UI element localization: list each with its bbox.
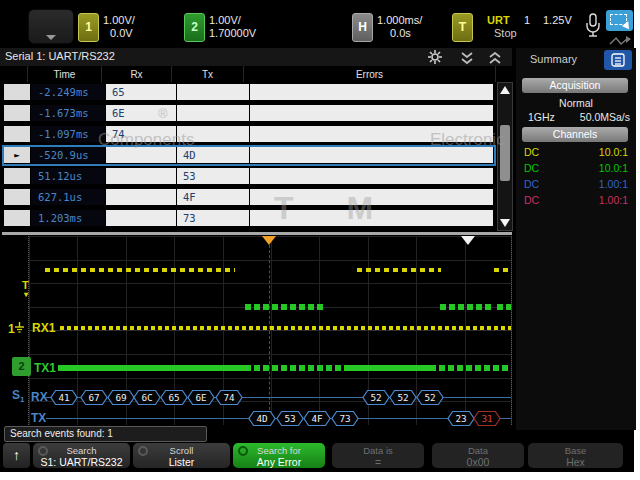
softkey-label-top: Base [528, 445, 623, 456]
channel-probe-ratio: 1.00:1 [599, 194, 628, 206]
zone-trigger-button[interactable] [606, 10, 633, 31]
softkey-button[interactable]: Search S1: UART/RS232 [33, 443, 130, 468]
row-time-cell: -2.249ms [31, 84, 105, 101]
tx-bus-label: TX [31, 411, 46, 425]
ch1-ground-marker[interactable]: 1 [8, 322, 24, 336]
channel-list: DC 10.0:1 DC 10.0:1 DC 1.00:1 DC 1.00:1 [516, 144, 636, 208]
softkey-button[interactable]: Scroll Lister [133, 443, 230, 468]
softkey-button[interactable]: Data is = [332, 443, 424, 468]
uart-lister-table: Time Rx Tx Errors ► -2.249ms 65 ► -1.673… [2, 66, 496, 229]
table-row[interactable]: ► -1.673ms 6E [2, 103, 496, 124]
tx1-digital-trace [58, 365, 245, 371]
channel-probe-ratio: 1.00:1 [599, 178, 628, 190]
row-rx-cell: 65 [106, 84, 176, 101]
channel-probe-ratio: 10.0:1 [599, 162, 628, 174]
search-event-marker[interactable] [461, 236, 475, 245]
down-arrow-icon [500, 219, 510, 227]
svg-text:67: 67 [88, 392, 99, 403]
softkey-label-bottom: S1: UART/RS232 [33, 456, 130, 468]
back-button[interactable] [28, 9, 74, 44]
rx-decode-value: 6E [187, 389, 215, 406]
selected-row-arrow-icon: ► [14, 150, 19, 160]
ch1-waveform-burst [494, 268, 511, 272]
svg-text:4D: 4D [256, 413, 268, 424]
row-tx-cell: 4F [177, 189, 249, 206]
rx-decode-value: 52 [389, 389, 417, 406]
trigger-badge[interactable]: T [452, 13, 473, 42]
ch2-waveform-burst [440, 304, 492, 310]
lister-header-row: Time Rx Tx Errors [2, 66, 496, 82]
table-row[interactable]: ► 51.12us 53 [2, 166, 496, 187]
marker-column-header [2, 66, 28, 82]
row-rx-cell: 6E [106, 105, 176, 122]
lister-scrollbar[interactable] [497, 82, 513, 231]
svg-text:73: 73 [339, 413, 350, 424]
row-time-cell: -1.097ms [31, 126, 105, 143]
softkey-button[interactable]: Search for Any Error [233, 443, 325, 468]
microphone-icon[interactable] [585, 13, 601, 43]
svg-text:6E: 6E [195, 392, 207, 403]
channel-info-row: DC 10.0:1 [516, 144, 636, 160]
run-state: Stop [494, 27, 517, 39]
svg-text:65: 65 [168, 392, 179, 403]
softkey-label-top: Data [432, 445, 524, 456]
ch2-ground-marker[interactable]: 2 [12, 357, 31, 376]
horizontal-badge[interactable]: H [352, 13, 373, 42]
knob-indicator-icon [238, 446, 248, 456]
scroll-down-button[interactable] [498, 216, 512, 230]
softkey-label-bottom: = [332, 456, 424, 468]
serial-bus-marker[interactable]: S1 [12, 388, 24, 404]
channel1-badge[interactable]: 1 [78, 13, 99, 42]
row-time-cell: 1.203ms [31, 210, 105, 227]
svg-text:41: 41 [58, 392, 69, 403]
tab-summary[interactable]: Summary [530, 53, 577, 65]
tx-decode-value: 73 [331, 410, 359, 427]
rx-decode-value: 52 [362, 389, 390, 406]
lister-rows: ► -2.249ms 65 ► -1.673ms 6E ► -1.097ms 7… [2, 82, 496, 229]
status-bar: Search events found: 1 [4, 426, 207, 442]
summary-menu-button[interactable] [604, 50, 632, 70]
softkey-back-up-button[interactable]: ↑ [3, 443, 30, 468]
channel-coupling: DC [524, 194, 539, 206]
row-marker-cell: ► [4, 210, 30, 227]
svg-text:23: 23 [455, 413, 466, 424]
channel-coupling: DC [524, 162, 539, 174]
channels-section-header: Channels [522, 127, 628, 142]
softkey-button[interactable]: Data 0x00 [432, 443, 524, 468]
softkey-bar: ↑ Search S1: UART/RS232 Scroll Lister Se… [0, 443, 634, 469]
tx-decode-value: 31 [473, 410, 501, 427]
channel2-badge[interactable]: 2 [184, 13, 205, 42]
scroll-up-button[interactable] [498, 83, 512, 97]
row-time-cell: 51.12us [31, 168, 105, 185]
scrollbar-thumb[interactable] [500, 125, 510, 181]
trigger-time-marker[interactable] [262, 236, 276, 245]
table-row[interactable]: ► -520.9us 4D [2, 145, 496, 166]
table-row[interactable]: ► -1.097ms 74 [2, 124, 496, 145]
row-marker-cell: ► [4, 189, 30, 206]
svg-text:52: 52 [397, 392, 408, 403]
table-row[interactable]: ► -2.249ms 65 [2, 82, 496, 103]
row-marker-cell: ► [4, 126, 30, 143]
softkey-button[interactable]: Base Hex [528, 443, 623, 468]
row-marker-cell: ► [4, 168, 30, 185]
row-errors-cell [250, 84, 493, 101]
table-row[interactable]: ► 627.1us 4F [2, 187, 496, 208]
bandwidth-value: 1GHz [528, 111, 555, 123]
rx-decode-value: 69 [107, 389, 135, 406]
trigger-level: 1.25V [543, 14, 572, 26]
tx-decode-value: 4F [303, 410, 331, 427]
svg-text:6C: 6C [141, 392, 152, 403]
row-time-cell: -520.9us [31, 147, 105, 164]
row-time-cell: -1.673ms [31, 105, 105, 122]
tx-decode-value: 4D [248, 410, 276, 427]
softkey-label-bottom: Hex [528, 456, 623, 468]
up-arrow-icon [500, 86, 510, 94]
row-marker-cell: ► [4, 105, 30, 122]
back-arrow-icon [46, 35, 56, 40]
row-tx-cell: 53 [177, 168, 249, 185]
rx-decode-value: 67 [80, 389, 108, 406]
serial-decode-title: Serial 1: UART/RS232 [5, 50, 115, 62]
timebase-delay: 0.0s [390, 27, 411, 39]
row-rx-cell [106, 189, 176, 206]
table-row[interactable]: ► 1.203ms 73 [2, 208, 496, 229]
